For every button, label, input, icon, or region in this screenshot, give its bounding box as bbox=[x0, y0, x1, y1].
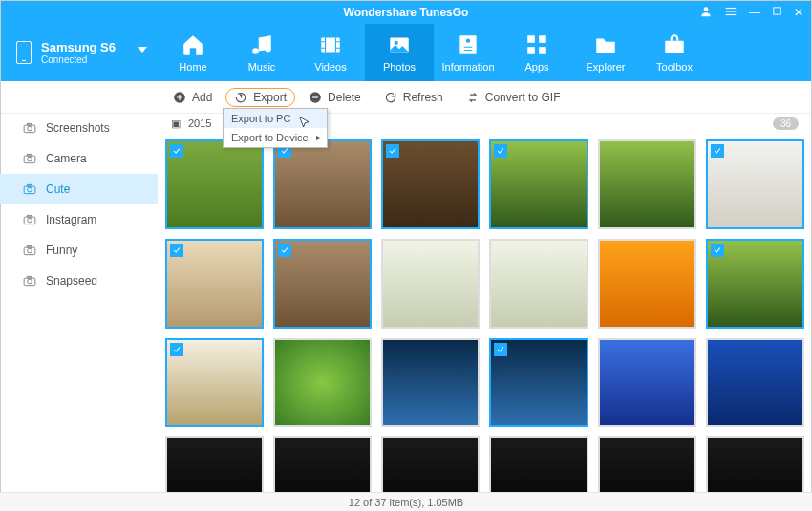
checkmark-icon bbox=[711, 244, 724, 257]
camera-icon bbox=[23, 244, 36, 257]
camera-icon bbox=[23, 152, 36, 165]
thumbnail[interactable] bbox=[489, 436, 588, 492]
thumbnail[interactable] bbox=[381, 338, 480, 428]
thumbnail[interactable] bbox=[165, 338, 264, 428]
thumbnail[interactable] bbox=[273, 436, 372, 492]
status-text: 12 of 37 item(s), 1.05MB bbox=[349, 497, 463, 508]
nav-label: Home bbox=[179, 61, 206, 73]
phone-icon bbox=[16, 41, 32, 64]
refresh-button[interactable]: Refresh bbox=[374, 87, 453, 108]
thumbnail[interactable] bbox=[706, 338, 804, 428]
app-title: Wondershare TunesGo bbox=[344, 6, 469, 19]
thumbnail[interactable] bbox=[165, 239, 264, 329]
collapse-icon: ▣ bbox=[171, 117, 181, 130]
videos-icon bbox=[318, 32, 343, 57]
thumbnail[interactable] bbox=[598, 338, 696, 428]
checkmark-icon bbox=[170, 244, 183, 257]
thumbnail[interactable] bbox=[706, 239, 804, 329]
nav-info[interactable]: Information bbox=[434, 24, 502, 81]
nav-photos[interactable]: Photos bbox=[365, 24, 434, 81]
svg-point-5 bbox=[252, 48, 259, 54]
thumbnail[interactable] bbox=[165, 436, 264, 492]
nav-toolbox[interactable]: Toolbox bbox=[640, 24, 709, 81]
checkmark-icon bbox=[170, 343, 183, 356]
add-button[interactable]: Add bbox=[163, 87, 222, 108]
refresh-icon bbox=[384, 91, 397, 104]
nav-label: Apps bbox=[524, 61, 548, 73]
music-icon bbox=[249, 32, 274, 57]
thumbnail[interactable] bbox=[273, 239, 372, 329]
apps-icon bbox=[524, 32, 549, 57]
svg-rect-31 bbox=[28, 215, 32, 217]
thumbnail[interactable] bbox=[165, 139, 264, 229]
sidebar-item-label: Snapseed bbox=[46, 274, 97, 287]
svg-rect-25 bbox=[28, 154, 32, 156]
thumbnail[interactable] bbox=[381, 436, 480, 492]
svg-rect-16 bbox=[665, 41, 684, 53]
thumbnail[interactable] bbox=[489, 139, 588, 229]
nav-videos[interactable]: Videos bbox=[296, 24, 365, 81]
thumbnail[interactable] bbox=[706, 436, 804, 492]
nav-label: Photos bbox=[383, 61, 416, 73]
sidebar-item-instagram[interactable]: Instagram bbox=[0, 204, 158, 235]
menu-icon[interactable] bbox=[724, 5, 737, 21]
user-icon[interactable] bbox=[699, 5, 713, 21]
thumbnail[interactable] bbox=[598, 239, 696, 329]
thumbnail[interactable] bbox=[706, 139, 804, 229]
export-button[interactable]: Export bbox=[225, 88, 295, 107]
nav-apps[interactable]: Apps bbox=[502, 24, 571, 81]
sidebar-item-snapseed[interactable]: Snapseed bbox=[0, 266, 158, 296]
sidebar-item-screenshots[interactable]: Screenshots bbox=[0, 113, 158, 143]
svg-rect-28 bbox=[28, 184, 32, 186]
camera-icon bbox=[23, 182, 36, 196]
sidebar-item-cute[interactable]: Cute bbox=[0, 174, 158, 204]
export-to-device[interactable]: Export to Device bbox=[224, 128, 327, 147]
checkmark-icon bbox=[494, 144, 507, 158]
window-controls: — ✕ bbox=[699, 1, 803, 24]
thumbnail[interactable] bbox=[489, 338, 588, 428]
convert-gif-button[interactable]: Convert to GIF bbox=[457, 87, 570, 108]
svg-rect-1 bbox=[726, 7, 737, 8]
thumbnail[interactable] bbox=[381, 139, 480, 229]
thumbnail[interactable] bbox=[598, 436, 696, 492]
delete-button[interactable]: Delete bbox=[299, 87, 371, 108]
nav-items: HomeMusicVideosPhotosInformationAppsExpl… bbox=[159, 24, 811, 81]
nav-music[interactable]: Music bbox=[227, 24, 296, 81]
thumbnail[interactable] bbox=[273, 139, 372, 229]
nav-home[interactable]: Home bbox=[159, 24, 227, 81]
top-nav: Samsung S6 Connected HomeMusicVideosPhot… bbox=[1, 24, 811, 81]
export-to-pc[interactable]: Export to PC bbox=[224, 109, 327, 128]
sidebar-item-funny[interactable]: Funny bbox=[0, 235, 158, 266]
svg-rect-7 bbox=[321, 37, 340, 52]
add-label: Add bbox=[192, 91, 212, 104]
svg-rect-19 bbox=[312, 96, 318, 97]
sidebar-item-label: Instagram bbox=[46, 213, 96, 226]
thumbnail[interactable] bbox=[598, 139, 696, 229]
sidebar-item-camera[interactable]: Camera bbox=[0, 143, 158, 174]
convert-gif-label: Convert to GIF bbox=[485, 91, 561, 104]
home-icon bbox=[181, 32, 205, 57]
main-area: ScreenshotsCameraCuteInstagramFunnySnaps… bbox=[0, 113, 812, 492]
camera-icon bbox=[23, 213, 36, 226]
info-icon bbox=[456, 32, 481, 57]
thumbnail[interactable] bbox=[273, 338, 372, 428]
svg-point-27 bbox=[28, 187, 32, 192]
maximize-button[interactable] bbox=[772, 6, 782, 19]
svg-rect-34 bbox=[28, 245, 32, 247]
thumbnail[interactable] bbox=[381, 239, 480, 329]
nav-label: Explorer bbox=[587, 61, 626, 73]
svg-rect-3 bbox=[726, 13, 737, 14]
nav-label: Toolbox bbox=[656, 61, 693, 73]
thumbnail-grid[interactable] bbox=[158, 134, 812, 492]
close-button[interactable]: ✕ bbox=[794, 6, 803, 19]
convert-icon bbox=[466, 91, 480, 104]
minimize-button[interactable]: — bbox=[749, 6, 760, 19]
thumbnail[interactable] bbox=[489, 239, 588, 329]
nav-label: Videos bbox=[314, 61, 346, 73]
device-selector[interactable]: Samsung S6 Connected bbox=[1, 24, 159, 81]
svg-rect-14 bbox=[527, 47, 535, 54]
export-icon bbox=[234, 91, 247, 104]
status-bar: 12 of 37 item(s), 1.05MB bbox=[0, 492, 812, 511]
sidebar-item-label: Cute bbox=[46, 182, 70, 196]
nav-explorer[interactable]: Explorer bbox=[571, 24, 640, 81]
